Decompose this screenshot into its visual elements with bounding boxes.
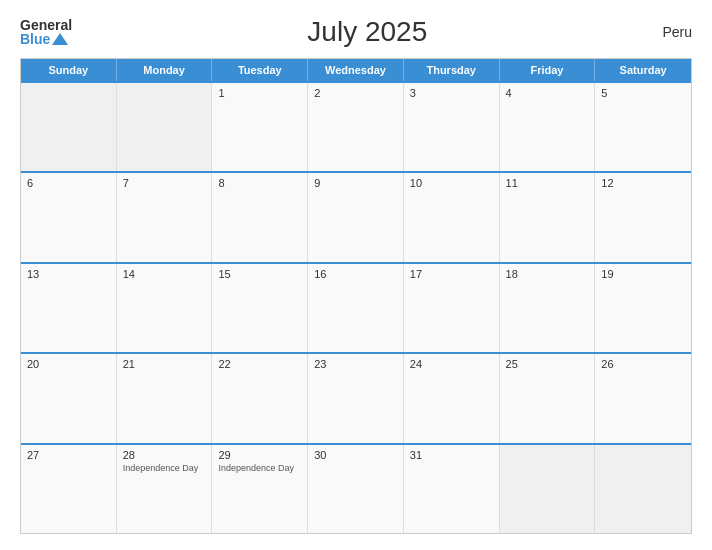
- day-number: 17: [410, 268, 493, 280]
- header-tuesday: Tuesday: [212, 59, 308, 81]
- calendar-page: General Blue July 2025 Peru Sunday Monda…: [0, 0, 712, 550]
- day-cell-w2-d3: 8: [212, 173, 308, 261]
- header-sunday: Sunday: [21, 59, 117, 81]
- day-number: 25: [506, 358, 589, 370]
- day-cell-w3-d2: 14: [117, 264, 213, 352]
- calendar-body: 1234567891011121314151617181920212223242…: [21, 81, 691, 533]
- day-number: 24: [410, 358, 493, 370]
- day-cell-w4-d3: 22: [212, 354, 308, 442]
- header-friday: Friday: [500, 59, 596, 81]
- day-number: 9: [314, 177, 397, 189]
- day-cell-w4-d6: 25: [500, 354, 596, 442]
- day-event: Independence Day: [123, 463, 206, 475]
- day-cell-w4-d4: 23: [308, 354, 404, 442]
- week-1: 12345: [21, 81, 691, 171]
- day-cell-w5-d6: [500, 445, 596, 533]
- day-cell-w4-d1: 20: [21, 354, 117, 442]
- day-number: 27: [27, 449, 110, 461]
- calendar-title: July 2025: [307, 16, 427, 48]
- header-saturday: Saturday: [595, 59, 691, 81]
- day-number: 11: [506, 177, 589, 189]
- day-cell-w3-d3: 15: [212, 264, 308, 352]
- week-5: 2728Independence Day29Independence Day30…: [21, 443, 691, 533]
- day-number: 31: [410, 449, 493, 461]
- header-monday: Monday: [117, 59, 213, 81]
- day-cell-w3-d6: 18: [500, 264, 596, 352]
- day-number: 5: [601, 87, 685, 99]
- week-2: 6789101112: [21, 171, 691, 261]
- day-number: 23: [314, 358, 397, 370]
- day-cell-w3-d5: 17: [404, 264, 500, 352]
- day-number: 10: [410, 177, 493, 189]
- day-cell-w2-d7: 12: [595, 173, 691, 261]
- day-number: 26: [601, 358, 685, 370]
- day-number: 28: [123, 449, 206, 461]
- day-cell-w2-d5: 10: [404, 173, 500, 261]
- day-number: 2: [314, 87, 397, 99]
- day-cell-w1-d1: [21, 83, 117, 171]
- day-cell-w5-d7: [595, 445, 691, 533]
- day-number: 7: [123, 177, 206, 189]
- day-number: 16: [314, 268, 397, 280]
- day-cell-w1-d3: 1: [212, 83, 308, 171]
- day-number: 14: [123, 268, 206, 280]
- day-number: 3: [410, 87, 493, 99]
- day-number: 4: [506, 87, 589, 99]
- day-cell-w2-d2: 7: [117, 173, 213, 261]
- calendar-header: Sunday Monday Tuesday Wednesday Thursday…: [21, 59, 691, 81]
- day-cell-w1-d4: 2: [308, 83, 404, 171]
- logo-triangle-icon: [52, 33, 68, 45]
- day-number: 1: [218, 87, 301, 99]
- day-cell-w2-d6: 11: [500, 173, 596, 261]
- day-cell-w5-d2: 28Independence Day: [117, 445, 213, 533]
- day-number: 20: [27, 358, 110, 370]
- header-thursday: Thursday: [404, 59, 500, 81]
- logo-general-text: General: [20, 18, 72, 32]
- day-cell-w3-d7: 19: [595, 264, 691, 352]
- calendar-grid: Sunday Monday Tuesday Wednesday Thursday…: [20, 58, 692, 534]
- day-cell-w2-d4: 9: [308, 173, 404, 261]
- day-number: 15: [218, 268, 301, 280]
- week-4: 20212223242526: [21, 352, 691, 442]
- day-number: 13: [27, 268, 110, 280]
- day-cell-w3-d1: 13: [21, 264, 117, 352]
- day-number: 12: [601, 177, 685, 189]
- day-number: 19: [601, 268, 685, 280]
- header: General Blue July 2025 Peru: [20, 16, 692, 48]
- day-cell-w5-d1: 27: [21, 445, 117, 533]
- day-cell-w1-d2: [117, 83, 213, 171]
- day-number: 22: [218, 358, 301, 370]
- day-event: Independence Day: [218, 463, 301, 475]
- day-cell-w1-d5: 3: [404, 83, 500, 171]
- day-cell-w5-d5: 31: [404, 445, 500, 533]
- day-cell-w2-d1: 6: [21, 173, 117, 261]
- logo: General Blue: [20, 18, 72, 46]
- day-number: 6: [27, 177, 110, 189]
- day-number: 8: [218, 177, 301, 189]
- day-cell-w4-d7: 26: [595, 354, 691, 442]
- country-label: Peru: [662, 24, 692, 40]
- day-cell-w4-d2: 21: [117, 354, 213, 442]
- week-3: 13141516171819: [21, 262, 691, 352]
- day-cell-w3-d4: 16: [308, 264, 404, 352]
- day-cell-w4-d5: 24: [404, 354, 500, 442]
- day-number: 29: [218, 449, 301, 461]
- day-number: 30: [314, 449, 397, 461]
- day-cell-w1-d7: 5: [595, 83, 691, 171]
- day-cell-w1-d6: 4: [500, 83, 596, 171]
- logo-blue-text: Blue: [20, 32, 68, 46]
- day-cell-w5-d4: 30: [308, 445, 404, 533]
- header-wednesday: Wednesday: [308, 59, 404, 81]
- day-cell-w5-d3: 29Independence Day: [212, 445, 308, 533]
- day-number: 21: [123, 358, 206, 370]
- day-number: 18: [506, 268, 589, 280]
